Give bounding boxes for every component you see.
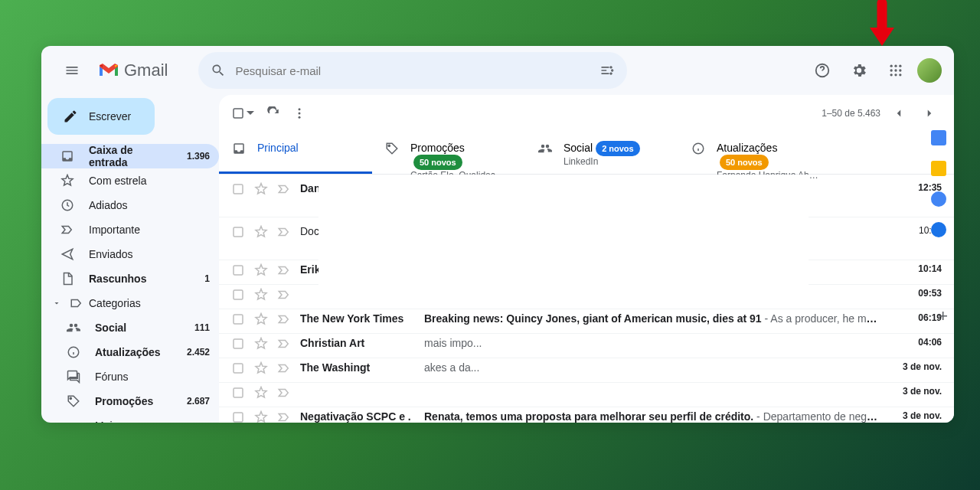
header: Gmail <box>41 46 954 95</box>
nav-count: 1 <box>204 273 210 284</box>
importance-icon[interactable] <box>277 182 291 196</box>
star-icon[interactable] <box>254 182 268 196</box>
nav-categorias[interactable]: Categorias <box>41 291 219 315</box>
importance-icon[interactable] <box>277 288 291 302</box>
mail-row[interactable]: Christian Artmais impo...04:06 <box>219 334 954 358</box>
prev-page-button[interactable] <box>887 101 911 126</box>
svg-point-2 <box>894 65 897 67</box>
search-options-icon[interactable] <box>599 63 615 78</box>
svg-point-9 <box>899 74 901 76</box>
row-checkbox[interactable] <box>231 263 245 277</box>
tasks-icon[interactable] <box>931 191 946 207</box>
row-checkbox[interactable] <box>231 225 245 239</box>
snippet: - Departamento de negativados <box>753 410 882 423</box>
mail-row[interactable]: The Washingtakes a da...3 de nov. <box>219 358 954 383</box>
nav-fóruns[interactable]: Fóruns <box>41 364 219 389</box>
nav-atualizações[interactable]: Atualizações2.452 <box>41 340 219 364</box>
svg-rect-21 <box>234 266 243 275</box>
nav-com-estrela[interactable]: Com estrela <box>41 168 219 193</box>
settings-button[interactable] <box>844 55 874 86</box>
date: 04:06 <box>891 337 942 348</box>
nav-label: Adiados <box>89 199 128 211</box>
star-icon[interactable] <box>254 386 268 400</box>
svg-point-8 <box>894 74 897 76</box>
info-icon <box>691 141 706 156</box>
nav-enviados[interactable]: Enviados <box>41 242 219 266</box>
nav-adiados[interactable]: Adiados <box>41 193 219 217</box>
next-page-button[interactable] <box>917 101 942 126</box>
importance-icon[interactable] <box>277 263 291 277</box>
svg-point-4 <box>890 69 893 71</box>
nav-label: Mais <box>95 420 118 423</box>
contacts-icon[interactable] <box>931 222 946 237</box>
side-panel <box>923 130 954 237</box>
nav-importante[interactable]: Importante <box>41 217 219 242</box>
importance-icon[interactable] <box>277 337 291 351</box>
star-icon[interactable] <box>254 263 268 277</box>
addon-plus-button[interactable]: + <box>938 306 948 326</box>
refresh-button[interactable] <box>266 106 280 120</box>
row-checkbox[interactable] <box>231 337 245 351</box>
nav-promoções[interactable]: Promoções2.687 <box>41 389 219 413</box>
star-icon[interactable] <box>254 312 268 326</box>
gmail-wordmark: Gmail <box>124 60 168 80</box>
gmail-logo[interactable]: Gmail <box>98 60 168 80</box>
compose-button[interactable]: Escrever <box>47 98 155 135</box>
tab-label: Promoções50 novos <box>410 141 513 170</box>
tab-promoções[interactable]: Promoções50 novosCartão Elo, Qualidoc, N… <box>372 132 525 174</box>
account-avatar[interactable] <box>917 58 942 83</box>
star-icon[interactable] <box>254 410 268 423</box>
help-button[interactable] <box>807 55 838 86</box>
svg-rect-13 <box>234 109 243 118</box>
star-icon[interactable] <box>254 337 268 351</box>
importance-icon[interactable] <box>277 410 291 423</box>
row-checkbox[interactable] <box>231 361 245 375</box>
svg-point-12 <box>70 397 71 399</box>
importance-icon[interactable] <box>277 225 291 239</box>
svg-rect-20 <box>234 227 243 237</box>
tab-principal[interactable]: Principal <box>219 132 372 174</box>
tab-social[interactable]: Social2 novosLinkedIn <box>525 132 678 174</box>
importance-icon[interactable] <box>277 361 291 375</box>
snippet: - As a producer, he made the best-sellin… <box>762 312 882 325</box>
calendar-icon[interactable] <box>931 130 946 145</box>
more-button[interactable] <box>292 106 306 120</box>
nav-label: Rascunhos <box>89 273 146 285</box>
svg-rect-22 <box>234 290 243 299</box>
apps-button[interactable] <box>880 55 911 86</box>
row-checkbox[interactable] <box>231 386 245 400</box>
row-checkbox[interactable] <box>231 312 245 326</box>
info-icon <box>66 345 81 360</box>
svg-point-1 <box>890 65 893 67</box>
importance-icon[interactable] <box>277 312 291 326</box>
svg-point-5 <box>894 69 897 71</box>
star-icon[interactable] <box>254 288 268 302</box>
mail-panel: 1–50 de 5.463 PrincipalPromoções50 novos… <box>219 95 954 423</box>
mail-row[interactable]: The New York TimesBreaking news: Quincy … <box>219 309 954 334</box>
importance-icon[interactable] <box>277 386 291 400</box>
nav-mais[interactable]: Mais <box>41 413 219 423</box>
select-checkbox[interactable] <box>231 106 254 120</box>
send-icon <box>60 247 75 262</box>
search-bar[interactable] <box>198 52 627 89</box>
tab-badge: 50 novos <box>413 155 462 170</box>
star-icon[interactable] <box>254 361 268 375</box>
nav-label: Fóruns <box>95 371 129 383</box>
row-checkbox[interactable] <box>231 288 245 302</box>
mail-row[interactable]: 3 de nov. <box>219 383 954 407</box>
sender: The New York Times <box>300 312 415 325</box>
search-input[interactable] <box>235 64 590 77</box>
gmail-window: Gmail Escrever Caixa de entrada1.396Com … <box>41 46 954 423</box>
tab-subtitle: LinkedIn <box>564 156 640 167</box>
row-checkbox[interactable] <box>231 182 245 196</box>
tab-badge: 50 novos <box>720 155 769 170</box>
row-checkbox[interactable] <box>231 410 245 423</box>
nav-social[interactable]: Social111 <box>41 315 219 340</box>
star-icon[interactable] <box>254 225 268 239</box>
main-menu-button[interactable] <box>54 52 90 89</box>
mail-row[interactable]: Negativação SCPC e .Renata, temos uma pr… <box>219 407 954 423</box>
nav-caixa-de-entrada[interactable]: Caixa de entrada1.396 <box>41 144 219 168</box>
tab-atualizações[interactable]: Atualizações50 novosFernando Henrique Ah… <box>678 132 831 174</box>
nav-rascunhos[interactable]: Rascunhos1 <box>41 266 219 291</box>
keep-icon[interactable] <box>931 161 946 176</box>
